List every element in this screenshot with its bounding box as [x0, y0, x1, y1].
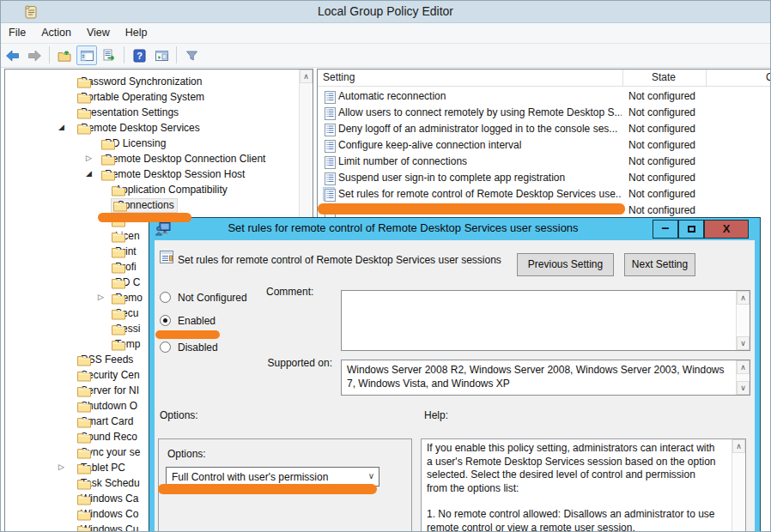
tree-item-remote-desktop-session-host[interactable]: ◢Remote Desktop Session Host: [5, 166, 313, 182]
collapsed-arrow-icon[interactable]: ▷: [58, 462, 64, 471]
next-setting-button[interactable]: Next Setting: [624, 253, 695, 276]
help-paragraph: If you enable this policy setting, admin…: [427, 442, 719, 495]
scroll-up-icon[interactable]: ∧: [737, 291, 750, 305]
scroll-up-icon[interactable]: ∧: [300, 70, 313, 83]
collapsed-arrow-icon[interactable]: ▷: [98, 293, 104, 301]
policy-setting-icon: [323, 138, 335, 152]
expanded-arrow-icon[interactable]: ◢: [86, 169, 92, 178]
setting-state: Not configured: [628, 139, 695, 151]
radio-button-icon[interactable]: [160, 292, 171, 303]
setting-name: Deny logoff of an administrator logged i…: [338, 123, 617, 135]
tree-item-remote-desktop-services[interactable]: ◢Remote Desktop Services: [5, 120, 313, 136]
setting-name: Set rules for remote control of Remote D…: [338, 188, 622, 200]
setting-row[interactable]: Automatic reconnectionNot configured: [318, 88, 771, 105]
column-setting[interactable]: Setting: [323, 71, 355, 83]
column-state[interactable]: State: [652, 71, 676, 83]
setting-state: Not configured: [628, 123, 695, 135]
tree-item-rd-licensing[interactable]: RD Licensing: [5, 136, 313, 151]
local-group-policy-editor-window: Local Group Policy Editor FileActionView…: [0, 0, 771, 532]
setting-state: Not configured: [628, 172, 695, 184]
minimize-button[interactable]: –: [653, 220, 678, 239]
column-divider[interactable]: [622, 70, 623, 87]
setting-row[interactable]: Set rules for remote control of Remote D…: [318, 186, 771, 203]
tree-item-label: Password Synchronization: [81, 76, 202, 88]
annotation-dropdown-highlight: [158, 484, 377, 494]
comment-scrollbar[interactable]: ∧ ∨: [736, 291, 750, 350]
supported-scrollbar[interactable]: ∧ ∨: [736, 360, 750, 395]
radio-button-icon[interactable]: [160, 342, 171, 353]
filter-icon[interactable]: [181, 45, 202, 65]
policy-setting-icon: [323, 106, 335, 119]
column-comment[interactable]: C: [766, 71, 771, 83]
tree-item-label: Remote Desktop Connection Client: [105, 153, 265, 165]
radio-label: Not Configured: [178, 292, 247, 304]
supported-on-field[interactable]: Windows Server 2008 R2, Windows Server 2…: [341, 360, 750, 396]
comment-label: Comment:: [266, 286, 313, 298]
dropdown-value: Full Control with user's permission: [172, 471, 328, 483]
expanded-arrow-icon[interactable]: ◢: [58, 123, 64, 131]
radio-label: Enabled: [178, 315, 216, 327]
tree-item-password-synchronization[interactable]: Password Synchronization: [5, 74, 313, 89]
menu-help[interactable]: Help: [118, 23, 155, 42]
setting-state: Not configured: [628, 204, 695, 216]
close-button[interactable]: X: [704, 220, 749, 239]
help-scrollbar[interactable]: ∧: [732, 439, 745, 532]
policy-setting-icon: [323, 154, 335, 168]
svg-text:?: ?: [137, 51, 143, 61]
tree-item-application-compatibility[interactable]: Application Compatibility: [5, 182, 313, 197]
window-title: Local Group Policy Editor: [1, 4, 770, 18]
scroll-down-icon[interactable]: ∨: [737, 336, 750, 350]
setting-row[interactable]: Limit number of connectionsNot configure…: [318, 154, 771, 170]
setting-name: Configure keep-alive connection interval: [338, 139, 521, 151]
annotation-enabled-highlight: [155, 330, 220, 339]
setting-row[interactable]: Suspend user sign-in to complete app reg…: [318, 170, 771, 186]
setting-row[interactable]: Allow users to connect remotely by using…: [318, 105, 771, 121]
scroll-down-icon[interactable]: ∨: [737, 381, 750, 395]
comment-textarea[interactable]: ∧ ∨: [341, 290, 750, 351]
policy-setting-icon: [323, 171, 335, 184]
policy-setting-icon: [323, 122, 335, 136]
setting-name: Allow users to connect remotely by using…: [338, 106, 622, 118]
tree-item-label: Application Compatibility: [115, 184, 228, 196]
export-list-icon[interactable]: [99, 45, 119, 65]
help-groupbox: If you enable this policy setting, admin…: [421, 438, 746, 532]
menu-action[interactable]: Action: [33, 23, 79, 42]
tree-item-label: Remote Desktop Session Host: [105, 168, 245, 180]
forward-icon[interactable]: [24, 45, 45, 65]
help-icon[interactable]: ?: [129, 45, 149, 65]
menu-file[interactable]: File: [1, 23, 33, 42]
help-paragraph: 1. No remote control allowed: Disallows …: [427, 508, 719, 532]
tree-item-portable-operating-system[interactable]: Portable Operating System: [5, 89, 313, 105]
collapsed-arrow-icon[interactable]: ▷: [86, 154, 92, 162]
up-one-level-icon[interactable]: [54, 45, 75, 65]
column-divider[interactable]: [706, 70, 707, 87]
setting-name: Limit number of connections: [338, 155, 467, 167]
help-section-label: Help:: [424, 409, 448, 421]
radio-button-icon[interactable]: [160, 315, 171, 326]
radio-label: Disabled: [178, 342, 218, 354]
chevron-down-icon: ∨: [368, 471, 374, 481]
console-tree-icon[interactable]: [76, 45, 97, 65]
scroll-up-icon[interactable]: ∧: [732, 439, 745, 453]
options-label: Options:: [167, 448, 206, 460]
maximize-button[interactable]: [678, 220, 704, 239]
setting-state: Not configured: [628, 106, 695, 118]
scroll-up-icon[interactable]: ∧: [737, 360, 750, 374]
back-icon[interactable]: [2, 45, 22, 65]
setting-row[interactable]: Configure keep-alive connection interval…: [318, 137, 771, 154]
setting-row[interactable]: Deny logoff of an administrator logged i…: [318, 121, 771, 137]
menu-view[interactable]: View: [79, 23, 118, 42]
toolbar-separator: [49, 46, 50, 63]
help-text: If you enable this policy setting, admin…: [427, 442, 719, 532]
setting-name: Automatic reconnection: [338, 90, 446, 102]
show-window-icon[interactable]: [151, 45, 172, 65]
supported-on-label: Supported on:: [223, 357, 332, 369]
previous-setting-button[interactable]: Previous Setting: [517, 253, 614, 276]
menu-bar: FileActionViewHelp: [1, 23, 770, 44]
tree-item-presentation-settings[interactable]: Presentation Settings: [5, 105, 313, 120]
tree-item-label: Presentation Settings: [81, 106, 179, 118]
tree-item-label: Portable Operating System: [81, 91, 204, 103]
tree-item-remote-desktop-connection-client[interactable]: ▷Remote Desktop Connection Client: [5, 151, 313, 166]
dialog-title: Set rules for remote control of Remote D…: [149, 221, 657, 234]
tree-item-connections[interactable]: Connections: [5, 197, 313, 213]
